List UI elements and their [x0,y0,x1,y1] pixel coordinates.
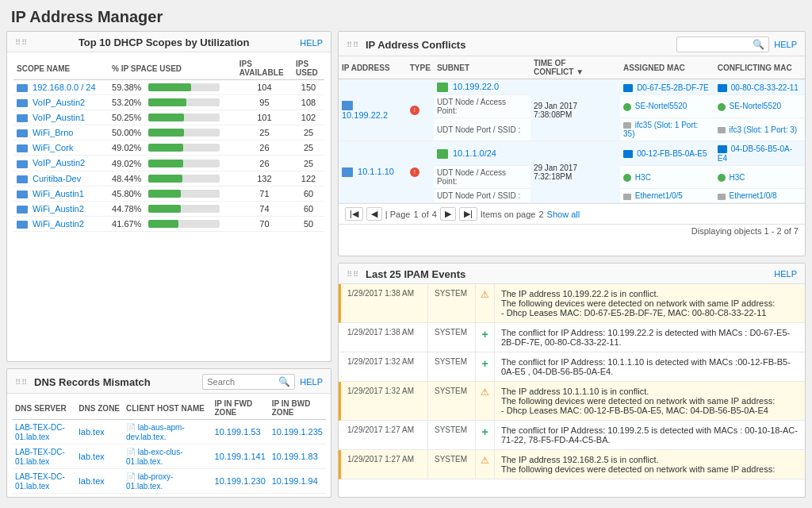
dhcp-scope-name[interactable]: Curitiba-Dev [13,171,109,186]
dns-bwd[interactable]: 10.199.1.94 [269,469,326,494]
scope-icon [17,99,28,107]
dhcp-col-name: SCOPE NAME [13,57,109,80]
event-system: SYSTEM [428,421,476,449]
conflict-assigned-node[interactable]: H3C [620,166,714,189]
dhcp-col-avail: IPSAVAILABLE [236,57,293,80]
dns-row: LAB-TEX-DC-01.lab.tex lab.tex 📄 lab-exc-… [12,444,326,469]
dhcp-scope-name[interactable]: WiFi_Austin2 [13,216,109,231]
dns-help-link[interactable]: HELP [300,377,323,387]
dhcp-scope-name[interactable]: VoIP_Austin2 [13,95,109,110]
conflict-row: 10.199.22.2 ! 10.199.22.0 29 Jan 2017 7:… [339,79,805,95]
dhcp-help-link[interactable]: HELP [300,38,323,48]
conflict-time: 29 Jan 2017 7:32:18PM [530,141,620,203]
progress-bar-fill [148,144,183,152]
plus-icon: + [481,328,488,341]
dhcp-panel-header: ⠿⠿ Top 10 DHCP Scopes by Utilization HEL… [7,32,331,52]
conflict-conflicting-node[interactable]: H3C [714,166,805,189]
progress-bar-fill [148,205,181,213]
dns-zone[interactable]: lab.tex [75,444,123,469]
events-help-link[interactable]: HELP [774,269,797,279]
dns-search-input[interactable] [207,377,278,387]
pag-show-all[interactable]: Show all [547,210,580,219]
dns-zone[interactable]: lab.tex [75,469,123,494]
pag-next-btn[interactable]: ▶ [440,207,456,221]
conflict-assigned-port[interactable]: ifc35 (Slot: 1 Port: 35) [620,118,714,141]
conflict-type-icon: ! [410,167,419,177]
dns-bwd[interactable]: 10.199.1.235 [269,420,326,444]
conflict-conflicting-node[interactable]: SE-Nortel5520 [714,95,805,118]
conflict-assigned-mac[interactable]: 00-12-FB-B5-0A-E5 [620,141,714,166]
plus-icon: + [481,357,488,370]
dhcp-row: VoIP_Austin2 49.02% 26 25 [13,156,324,171]
dns-server[interactable]: LAB-TEX-DC-01.lab.tex [12,469,75,494]
conflict-conflicting-port[interactable]: ifc3 (Slot: 1 Port: 3) [714,118,805,141]
page-title: IP Address Manager [0,0,812,31]
drag-handle-events: ⠿⠿ [347,270,359,279]
assigned-mac-icon [623,84,633,92]
pag-items-label: Items on page [481,210,536,219]
dhcp-pct: 45.80% [109,186,236,201]
dns-host[interactable]: 📄 lab-exc-clus-01.lab.tex. [123,444,211,469]
scope-icon [17,175,28,183]
event-row: 1/29/2017 1:38 AM SYSTEM + The conflict … [339,323,805,352]
progress-bar-bg [148,220,220,228]
dhcp-row: WiFi_Austin2 44.78% 74 60 [13,201,324,216]
conflict-port-label: UDT Node Port / SSID : [434,189,530,203]
event-system: SYSTEM [428,352,476,381]
dns-server[interactable]: LAB-TEX-DC-01.lab.tex [12,444,75,469]
dns-host[interactable]: 📄 lab-proxy-01.lab.tex. [123,469,211,494]
conflict-port-label: UDT Node Port / SSID : [434,118,530,141]
conflicting-mac-icon [718,145,727,153]
conflict-node-label: UDT Node / Access Point: [434,95,530,118]
conflict-subnet[interactable]: 10.1.1.0/24 [434,141,530,166]
dns-search-box[interactable]: 🔍 [202,374,295,390]
conflicting-port-icon [718,127,726,133]
event-message: The conflict for IP Address: 10.199.22.2… [495,323,805,352]
dhcp-scope-name[interactable]: WiFi_Austin1 [13,186,109,201]
dhcp-panel-content: SCOPE NAME % IP SPACE USED IPSAVAILABLE … [7,52,331,237]
dns-fwd[interactable]: 10.199.1.230 [212,469,269,494]
dns-bwd[interactable]: 10.199.1.83 [269,444,326,469]
conflicts-search-input[interactable] [681,40,753,49]
dhcp-scope-name[interactable]: WiFi_Brno [13,125,109,140]
pag-last-btn[interactable]: ▶| [459,207,477,221]
dns-fwd[interactable]: 10.199.1.141 [212,444,269,469]
dhcp-used: 25 [293,156,324,171]
dns-host[interactable]: 📄 lab-aus-apm-dev.lab.tex. [123,420,211,444]
conflict-assigned-node[interactable]: SE-Nortel5520 [620,95,714,118]
conflict-conflicting-mac[interactable]: 04-DB-56-B5-0A-E4 [714,141,805,166]
event-row: 1/29/2017 1:32 AM SYSTEM + The conflict … [339,352,805,382]
dns-zone[interactable]: lab.tex [75,420,123,444]
dhcp-scope-name[interactable]: VoIP_Austin1 [13,110,109,125]
dhcp-available: 71 [236,186,293,201]
conflict-ip[interactable]: 10.1.1.10 [339,141,407,203]
event-icon: + [476,323,495,352]
conflicts-help-link[interactable]: HELP [774,40,797,49]
scope-icon [17,84,28,92]
dhcp-scope-name[interactable]: VoIP_Austin2 [13,156,109,171]
dns-fwd[interactable]: 10.199.1.53 [212,420,269,444]
assigned-port-icon [623,122,631,129]
pag-first-btn[interactable]: |◀ [345,207,363,221]
dhcp-pct: 49.02% [109,140,236,156]
progress-bar-fill [148,129,184,137]
pag-prev-btn[interactable]: ◀ [366,207,382,221]
dhcp-scope-name[interactable]: WiFi_Cork [13,140,109,156]
dns-panel-content: DNS SERVER DNS ZONE CLIENT HOST NAME IP … [7,394,331,497]
conflict-col-ip: IP ADDRESS [339,56,407,79]
conflict-conflicting-mac[interactable]: 00-80-C8-33-22-11 [714,79,805,95]
plus-icon: + [481,425,488,438]
conflict-conflicting-port[interactable]: Ethernet1/0/8 [714,189,805,203]
dhcp-scope-name[interactable]: WiFi_Austin2 [13,201,109,216]
drag-handle-dns: ⠿⠿ [15,378,28,387]
dns-server[interactable]: LAB-TEX-DC-01.lab.tex [12,420,75,444]
conflict-subnet[interactable]: 10.199.22.0 [434,79,530,95]
conflict-assigned-mac[interactable]: D0-67-E5-2B-DF-7E [620,79,714,95]
conflict-ip[interactable]: 10.199.22.2 [339,79,407,141]
event-icon: ⚠ [476,284,495,322]
dhcp-row: WiFi_Brno 50.00% 25 25 [13,125,324,140]
conflict-assigned-port[interactable]: Ethernet1/0/5 [620,189,714,203]
progress-bar-fill [148,190,181,198]
dhcp-scope-name[interactable]: 192.168.0.0 / 24 [13,80,109,95]
conflicts-search-box[interactable]: 🔍 [676,37,769,52]
